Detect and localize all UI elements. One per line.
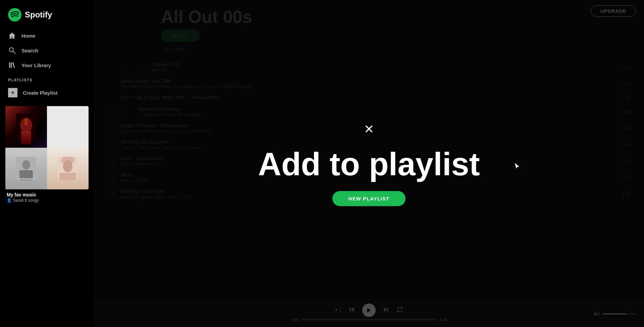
svg-rect-4	[11, 62, 12, 68]
svg-rect-16	[59, 173, 76, 180]
playlist-thumbnail[interactable]: SHAWN MENDES My fav music 👤 Sarah 6 song…	[5, 106, 89, 204]
nav-library[interactable]: Your Library	[0, 58, 94, 73]
svg-point-0	[8, 8, 21, 21]
playlist-user-icon: 👤	[7, 198, 13, 203]
nav-home[interactable]: Home	[0, 28, 94, 43]
logo-area: Spotify	[0, 8, 94, 28]
nav-search[interactable]: Search	[0, 43, 94, 58]
close-icon: ✕	[364, 123, 374, 135]
thumb-cell-bl: SHAWN MENDES	[5, 148, 47, 189]
spotify-logo-icon	[8, 8, 21, 21]
nav-library-label: Your Library	[21, 62, 51, 68]
add-to-playlist-modal: ✕ Add to playlist NEW PLAYLIST	[258, 121, 480, 206]
sidebar: Spotify Home Search Your Library PLAYLIS…	[0, 0, 94, 327]
playlist-grid: SHAWN MENDES	[5, 106, 89, 189]
playlist-name: My fav music	[7, 192, 89, 197]
search-icon	[8, 46, 16, 54]
svg-line-2	[13, 51, 15, 54]
playlist-meta: 👤 Sarah 6 songs	[7, 198, 89, 203]
modal-overlay: ✕ Add to playlist NEW PLAYLIST	[94, 0, 644, 327]
svg-point-10	[22, 160, 30, 170]
main-content: UPGRADE All Out 00s PLAY 105 SONGS ♡ ···…	[94, 0, 644, 327]
library-icon	[8, 61, 16, 69]
svg-point-7	[23, 131, 29, 136]
playlist-user: Sarah	[13, 198, 23, 203]
playlist-info: My fav music 👤 Sarah 6 songs	[5, 189, 89, 204]
spotify-wordmark: Spotify	[25, 10, 52, 19]
thumb-cell-tr	[47, 106, 89, 148]
svg-rect-3	[9, 62, 10, 68]
plus-icon: +	[8, 88, 17, 97]
create-playlist-label: Create Playlist	[23, 90, 57, 96]
svg-rect-8	[24, 119, 28, 125]
playlists-section-label: PLAYLISTS	[0, 73, 94, 85]
svg-text:SHAWN MENDES: SHAWN MENDES	[19, 178, 33, 180]
thumb-cell-br	[47, 148, 89, 189]
playlist-songs-count: 6 songs	[25, 198, 39, 203]
create-playlist-item[interactable]: + Create Playlist	[0, 85, 94, 101]
nav-search-label: Search	[21, 48, 38, 53]
home-icon	[8, 32, 16, 40]
modal-title: Add to playlist	[258, 148, 480, 180]
svg-point-1	[9, 48, 13, 52]
new-playlist-button[interactable]: NEW PLAYLIST	[332, 191, 406, 206]
thumb-cell-tl	[5, 106, 47, 148]
nav-home-label: Home	[21, 33, 36, 39]
close-modal-button[interactable]: ✕	[361, 121, 377, 137]
